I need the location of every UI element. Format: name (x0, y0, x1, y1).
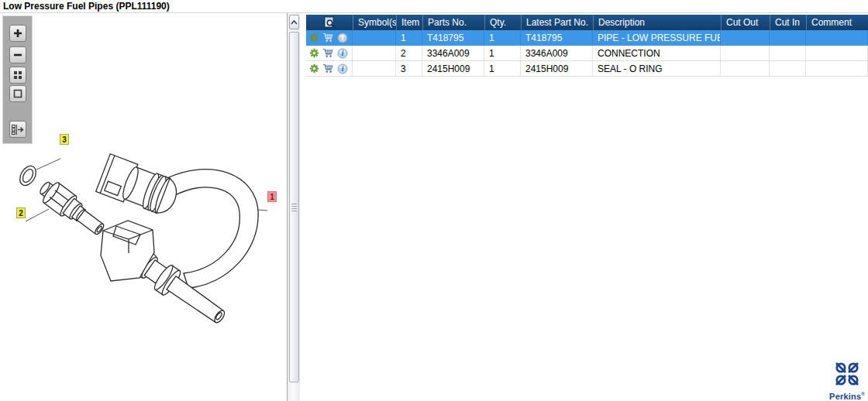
info-icon[interactable]: i (336, 47, 348, 59)
zoom-selection-button[interactable] (9, 85, 26, 102)
cell-comment (806, 46, 868, 60)
cell-item: 2 (396, 46, 422, 60)
brand-name: Perkins (829, 392, 861, 401)
gear-icon[interactable] (308, 47, 320, 59)
cell-parts-no: T418795 (422, 30, 484, 45)
column-header-cut-in[interactable]: Cut In (770, 15, 806, 30)
svg-text:i: i (341, 34, 343, 42)
cart-icon[interactable] (322, 32, 334, 43)
cell-comment (806, 61, 868, 76)
cell-cut-in (770, 61, 806, 76)
cell-cut-in (770, 46, 806, 60)
callout-3[interactable]: 3 (60, 134, 69, 145)
svg-text:i: i (341, 50, 343, 57)
cell-cut-out (721, 61, 770, 76)
page-title: Low Pressure Fuel Pipes (PPL111190) (3, 1, 170, 12)
column-header-cut-out[interactable]: Cut Out (721, 15, 770, 30)
cell-cut-out (721, 30, 770, 45)
grid-icon (13, 70, 22, 80)
oring-part[interactable] (16, 163, 39, 188)
cart-icon[interactable] (322, 47, 334, 59)
pipe-part[interactable] (96, 154, 258, 335)
cell-description: CONNECTION (593, 46, 721, 60)
callout-3-leader (36, 159, 60, 170)
parts-diagram (0, 13, 287, 401)
title-bar: Low Pressure Fuel Pipes (PPL111190) (0, 0, 868, 12)
callout-1-leader (258, 210, 267, 211)
cell-description: PIPE - LOW PRESSURE FUEL (593, 30, 721, 45)
parts-catalog-window: Low Pressure Fuel Pipes (PPL111190) (0, 0, 868, 401)
row-actions: i (306, 46, 353, 60)
cart-icon[interactable] (322, 63, 334, 74)
gear-icon[interactable] (308, 32, 320, 43)
scroll-thumb[interactable] (289, 32, 299, 382)
list-arrow-icon (12, 125, 24, 135)
zoom-out-button[interactable] (9, 46, 26, 63)
column-header-item[interactable]: Item (396, 15, 422, 30)
column-header-qty[interactable]: Qty. (484, 15, 521, 30)
cell-latest-part-no: 3346A009 (521, 46, 593, 60)
cell-qty: 1 (484, 46, 521, 60)
chevron-up-icon (291, 20, 298, 25)
callout-2[interactable]: 2 (16, 207, 26, 218)
row-actions: i (306, 30, 353, 45)
cell-parts-no: 2415H009 (422, 61, 484, 76)
cell-latest-part-no: T418795 (521, 30, 593, 45)
cell-cut-out (721, 46, 770, 60)
image-search-icon (323, 16, 336, 29)
column-header-latest-part-no[interactable]: Latest Part No. (521, 15, 593, 30)
table-row[interactable]: i 3 2415H009 1 2415H009 SEAL - O RING (306, 61, 868, 77)
image-search-column-header[interactable] (306, 15, 353, 30)
square-outline-icon (13, 89, 22, 98)
cell-qty: 1 (484, 61, 521, 76)
table-row[interactable]: i 1 T418795 1 T418795 PIPE - LOW PRESSUR… (306, 30, 868, 46)
table-header: Symbol(s) Item Parts No. Qty. Latest Par… (306, 15, 868, 30)
svg-text:i: i (341, 65, 343, 73)
diagram-panel: 1 2 3 (0, 13, 287, 401)
cell-qty: 1 (484, 30, 521, 45)
cell-item: 1 (396, 30, 422, 45)
toggle-parts-list-button[interactable] (9, 121, 26, 138)
plus-icon (13, 29, 22, 38)
info-icon[interactable]: i (336, 63, 348, 74)
zoom-fit-button[interactable] (9, 67, 26, 84)
info-icon[interactable]: i (336, 32, 348, 43)
view-toolbar (2, 15, 33, 144)
cell-latest-part-no: 2415H009 (521, 61, 593, 76)
gear-icon[interactable] (308, 63, 320, 74)
column-header-comment[interactable]: Comment (806, 15, 868, 30)
cell-comment (806, 30, 868, 45)
column-header-parts-no[interactable]: Parts No. (422, 15, 484, 30)
row-actions: i (306, 61, 353, 76)
grip-icon (291, 204, 297, 211)
vertical-scrollbar (287, 13, 300, 401)
minus-icon (13, 50, 22, 60)
scroll-up-button[interactable] (289, 15, 299, 29)
brand-logo: Perkins® (829, 360, 865, 399)
cell-symbols (353, 30, 396, 45)
cell-symbols (353, 61, 396, 76)
column-header-description[interactable]: Description (593, 15, 721, 30)
cell-item: 3 (396, 61, 422, 76)
cell-parts-no: 3346A009 (422, 46, 484, 60)
callout-1[interactable]: 1 (267, 191, 277, 202)
column-header-symbols[interactable]: Symbol(s) (353, 15, 396, 30)
cell-symbols (353, 46, 396, 60)
callout-2-leader (26, 209, 49, 221)
parts-table: Symbol(s) Item Parts No. Qty. Latest Par… (306, 15, 868, 77)
perkins-logo-icon (833, 360, 861, 388)
zoom-in-button[interactable] (9, 25, 26, 42)
cell-cut-in (770, 30, 806, 45)
cell-description: SEAL - O RING (593, 61, 721, 76)
table-row[interactable]: i 2 3346A009 1 3346A009 CONNECTION (306, 46, 868, 61)
